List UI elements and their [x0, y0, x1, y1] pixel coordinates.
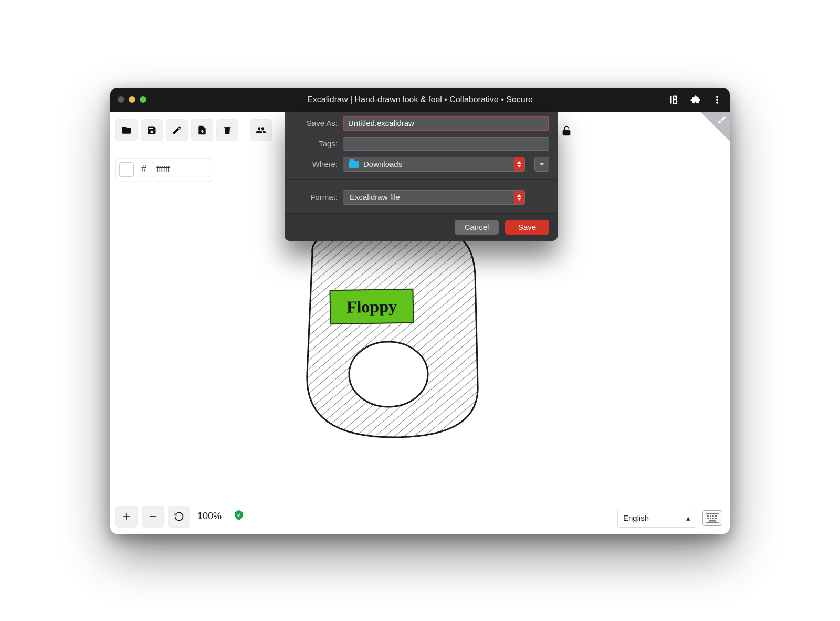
browser-window: Excalidraw | Hand-drawn look & feel • Co… — [110, 88, 730, 534]
confirm-save-button[interactable]: Save — [505, 220, 549, 235]
floppy-label: Floppy — [329, 288, 414, 324]
close-window-button[interactable] — [118, 96, 124, 103]
svg-rect-16 — [710, 518, 711, 519]
svg-point-8 — [349, 342, 428, 407]
tags-input[interactable] — [343, 137, 549, 151]
language-select[interactable]: English ▴ — [617, 509, 696, 528]
svg-rect-4 — [563, 130, 570, 135]
chevron-up-icon: ▴ — [686, 513, 690, 523]
open-button[interactable] — [116, 119, 138, 141]
zoom-controls: 100% — [116, 506, 245, 528]
format-stepper-icon — [514, 191, 524, 204]
export-button[interactable] — [191, 119, 213, 141]
drawing-canvas[interactable]: A 8 # — [110, 112, 730, 534]
save-as-label: Save As: — [293, 119, 338, 128]
canvas-background-panel: # — [116, 158, 213, 181]
where-stepper-icon — [514, 157, 524, 171]
save-dialog: Save As: Tags: Where: Downloads — [285, 112, 558, 241]
svg-rect-13 — [712, 515, 714, 517]
svg-rect-9 — [150, 516, 156, 517]
svg-point-0 — [716, 96, 718, 97]
hash-label: # — [138, 164, 148, 175]
zoom-out-button[interactable] — [142, 506, 164, 528]
expand-dialog-button[interactable] — [534, 157, 549, 172]
svg-rect-19 — [709, 520, 716, 522]
zoom-in-button[interactable] — [116, 506, 138, 528]
paint-brush-icon — [717, 115, 727, 127]
svg-rect-14 — [715, 515, 717, 517]
svg-rect-17 — [712, 518, 714, 519]
install-app-icon[interactable] — [668, 94, 678, 105]
format-value: Excalidraw file — [350, 193, 400, 202]
language-value: English — [623, 513, 649, 522]
where-label: Where: — [293, 160, 338, 169]
keyboard-shortcuts-button[interactable] — [702, 510, 722, 526]
file-toolbar — [116, 119, 272, 141]
titlebar: Excalidraw | Hand-drawn look & feel • Co… — [110, 88, 730, 112]
bottom-right-controls: English ▴ — [617, 509, 722, 528]
where-select[interactable]: Downloads — [343, 157, 525, 172]
save-button[interactable] — [141, 119, 163, 141]
format-label: Format: — [293, 193, 338, 202]
where-value: Downloads — [363, 160, 402, 169]
browser-menu-icon[interactable] — [712, 94, 722, 105]
cancel-button[interactable]: Cancel — [455, 220, 499, 235]
background-color-input[interactable] — [152, 162, 209, 177]
zoom-level[interactable]: 100% — [194, 511, 225, 522]
app-viewport: A 8 # — [110, 112, 730, 534]
traffic-lights — [118, 96, 146, 103]
svg-rect-11 — [707, 515, 709, 517]
encryption-shield-icon[interactable] — [233, 509, 245, 524]
clear-canvas-button[interactable] — [216, 119, 238, 141]
svg-point-1 — [716, 99, 718, 100]
zoom-window-button[interactable] — [140, 96, 146, 103]
collaborate-button[interactable] — [250, 119, 272, 141]
page-title: Excalidraw | Hand-drawn look & feel • Co… — [110, 95, 730, 104]
svg-rect-12 — [710, 515, 711, 517]
tags-label: Tags: — [293, 139, 338, 148]
svg-point-2 — [716, 102, 718, 103]
svg-rect-15 — [707, 518, 709, 519]
filename-input[interactable] — [343, 116, 549, 131]
zoom-reset-button[interactable] — [168, 506, 190, 528]
format-select[interactable]: Excalidraw file — [343, 190, 525, 205]
save-as-button[interactable] — [166, 119, 188, 141]
svg-rect-18 — [715, 518, 717, 519]
minimize-window-button[interactable] — [129, 96, 135, 103]
folder-icon — [349, 161, 359, 168]
background-color-swatch[interactable] — [119, 162, 134, 177]
lock-tool-button[interactable] — [561, 125, 572, 139]
drawing-floppy: Floppy — [284, 217, 494, 443]
extensions-icon[interactable] — [690, 94, 700, 105]
divider — [285, 179, 558, 180]
